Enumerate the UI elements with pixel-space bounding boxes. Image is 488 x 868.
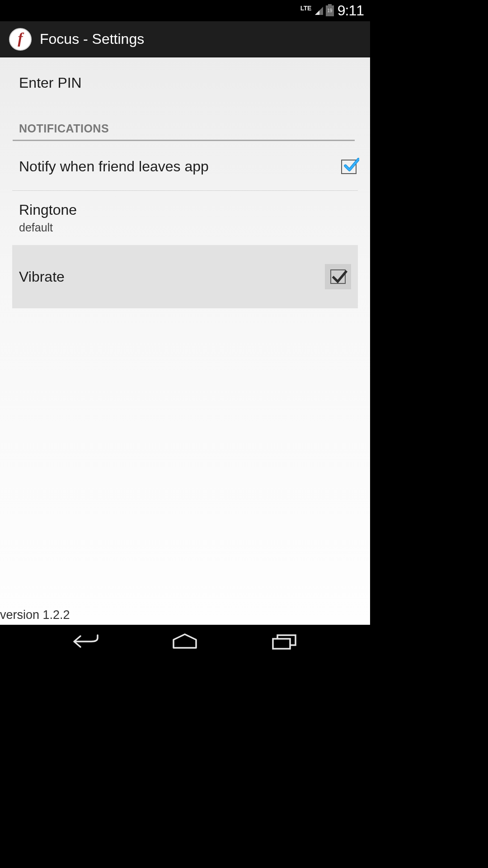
- recents-icon: [271, 633, 297, 650]
- settings-content: Enter PIN NOTIFICATIONS Notify when frie…: [0, 57, 370, 625]
- svg-rect-0: [273, 639, 290, 649]
- enter-pin-label: Enter PIN: [19, 75, 357, 91]
- notifications-section-header: NOTIFICATIONS: [0, 107, 370, 143]
- section-divider: [13, 140, 355, 141]
- app-icon-letter: f: [18, 30, 23, 47]
- battery-icon: 19: [326, 5, 334, 16]
- recents-button[interactable]: [266, 631, 302, 652]
- network-icon-lte: LTE: [300, 5, 311, 12]
- ringtone-label: Ringtone: [19, 202, 357, 218]
- version-text: version 1.2.2: [0, 608, 70, 622]
- notify-friend-label: Notify when friend leaves app: [19, 158, 209, 175]
- notify-friend-item[interactable]: Notify when friend leaves app: [0, 143, 370, 190]
- app-bar: f Focus - Settings: [0, 21, 370, 57]
- check-icon: [343, 157, 359, 173]
- notifications-section-title: NOTIFICATIONS: [19, 122, 351, 140]
- vibrate-item[interactable]: Vibrate: [12, 245, 358, 308]
- vibrate-label: Vibrate: [19, 269, 65, 285]
- app-title: Focus - Settings: [40, 31, 144, 47]
- ringtone-value: default: [19, 221, 357, 234]
- check-icon: [331, 269, 347, 285]
- navigation-bar: [0, 625, 370, 658]
- home-icon: [172, 633, 198, 650]
- status-bar: LTE 19 9:11: [0, 0, 370, 21]
- home-button[interactable]: [167, 631, 203, 652]
- vibrate-checkbox[interactable]: [330, 269, 346, 284]
- clock: 9:11: [338, 2, 364, 19]
- ringtone-item[interactable]: Ringtone default: [0, 191, 370, 245]
- vibrate-checkbox-wrap[interactable]: [325, 264, 351, 289]
- enter-pin-item[interactable]: Enter PIN: [0, 59, 370, 107]
- back-icon: [71, 633, 100, 650]
- battery-level: 19: [327, 8, 332, 13]
- signal-icon: [315, 7, 323, 15]
- back-button[interactable]: [68, 631, 104, 652]
- app-icon[interactable]: f: [9, 28, 32, 51]
- notify-friend-checkbox[interactable]: [341, 160, 357, 174]
